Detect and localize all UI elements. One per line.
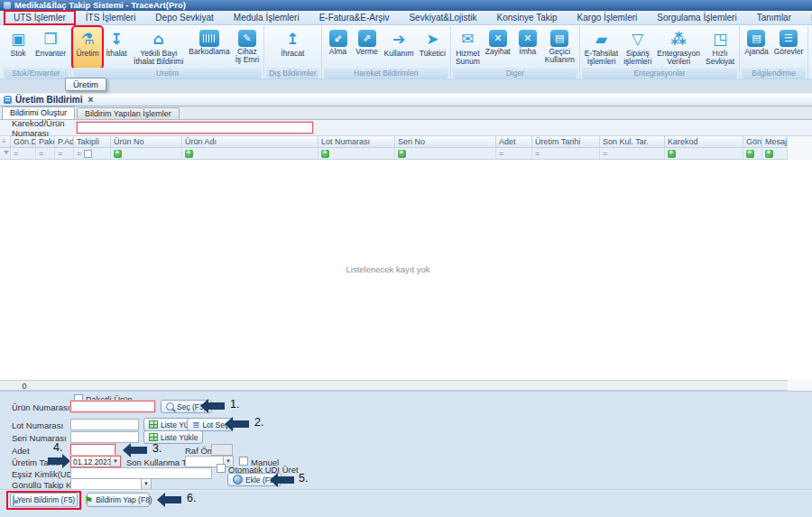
- column-header-lot-numarası[interactable]: Lot Numarası: [318, 136, 395, 147]
- ribbon-button-stok[interactable]: ▣Stok: [4, 27, 32, 68]
- ribbon-button-envanter[interactable]: ❒Envanter: [32, 27, 69, 68]
- agenda-calendar-icon: ▤: [747, 30, 765, 47]
- column-header-seri-no[interactable]: Seri No: [395, 136, 496, 147]
- filter-cell-ürün-adı[interactable]: [182, 148, 318, 159]
- urun-numarasi-input[interactable]: [70, 401, 155, 412]
- receive-icon: ⇙: [329, 30, 347, 47]
- temporary-use-calendar-icon: ▤: [550, 30, 568, 47]
- consumer-arrow-icon: ➤: [426, 29, 438, 49]
- filter-cell-takipli[interactable]: =: [74, 148, 111, 159]
- column-header-ürün-no[interactable]: Ürün No: [111, 136, 182, 147]
- add-filter-icon: [398, 150, 406, 158]
- ribbon-button-kullanım[interactable]: ➔Kullanım: [382, 27, 417, 68]
- ribbon-button-hizmet-sunum[interactable]: ✉Hizmet Sunum: [453, 27, 483, 68]
- sub-tab-strip: Bildirimi OluşturBildirim Yapılan İşleml…: [0, 106, 812, 120]
- column-header-takipli[interactable]: Takipli: [74, 136, 111, 147]
- ribbon-button-cihaz-i̇ş-emri[interactable]: ✎Cihaz İş Emri: [233, 27, 262, 68]
- filter-cell-adet[interactable]: =: [496, 148, 532, 159]
- ribbon-group-diger: ✉Hizmet Sunum✕Zayihat✕İmha▤Geçici Kullan…: [451, 26, 580, 78]
- subtab-bildirim-yapılan-i̇şlemler[interactable]: Bildirim Yapılan İşlemler: [77, 107, 180, 119]
- filter-cell-karekod[interactable]: [665, 148, 743, 159]
- raf-omru-input[interactable]: [211, 444, 233, 456]
- ribbon-button-ajanda[interactable]: ▤Ajanda: [742, 27, 770, 68]
- ribbon-button-label: Stok: [10, 50, 25, 58]
- tab-uretim-bildirimi[interactable]: Üretim Bildirimi ×: [4, 95, 93, 105]
- menu-item-sorgulama-i̇şlemleri[interactable]: Sorgulama İşlemleri: [649, 12, 744, 23]
- yeni-bildirim-button[interactable]: Yeni Bildirim (F5): [10, 493, 78, 507]
- filter-cell-üretim-tarihi[interactable]: =: [532, 148, 600, 159]
- uretim-tarihi-datepicker[interactable]: 01.12.2023 ▼: [70, 456, 121, 467]
- filter-indicator-cell[interactable]: [0, 148, 11, 159]
- document-icon: [4, 96, 12, 104]
- filter-cell-paket[interactable]: =: [36, 148, 55, 159]
- menu-item-depo-sevkiyat[interactable]: Depo Sevkiyat: [147, 12, 221, 23]
- ribbon-button-geçici-kullanım[interactable]: ▤Geçici Kullanım: [542, 27, 577, 68]
- takipli-filter-checkbox[interactable]: [84, 150, 92, 158]
- ribbon-button-görevler[interactable]: ☰Görevler: [771, 27, 807, 68]
- barcode-lines: [203, 34, 216, 42]
- filter-cell-seri-no[interactable]: [395, 148, 496, 159]
- menu-item-i̇ts-i̇şlemleri[interactable]: İTS İşlemleri: [78, 12, 144, 23]
- ribbon-button-barkodlama[interactable]: Barkodlama: [186, 27, 232, 68]
- ribbon-button-entegrasyon-verileri[interactable]: ⁂Entegrasyon Verileri: [654, 27, 703, 68]
- chevron-down-icon[interactable]: ▼: [110, 457, 120, 466]
- menu-item-medula-i̇şlemleri[interactable]: Medula İşlemleri: [226, 12, 308, 23]
- adet-input[interactable]: [70, 444, 115, 456]
- karekod-input[interactable]: [77, 122, 313, 134]
- column-header-p-adet[interactable]: P.Adet: [55, 136, 74, 147]
- column-header-mesaj[interactable]: Mesaj: [762, 136, 788, 147]
- filter-cell-gönüllü-t[interactable]: [743, 148, 762, 159]
- filter-cell-lot-numarası[interactable]: [318, 148, 395, 159]
- chevron-down-icon[interactable]: ▼: [141, 479, 151, 489]
- column-header-gönüllü-t[interactable]: Gönüllü T: [743, 136, 762, 147]
- usage-arrow-icon: ➔: [392, 29, 405, 49]
- column-header-ürün-adı[interactable]: Ürün Adı: [182, 136, 318, 147]
- menu-item-konsinye-takip[interactable]: Konsinye Takip: [488, 12, 565, 23]
- filter-cell-mesaj[interactable]: [762, 148, 788, 159]
- ribbon-button-zayihat[interactable]: ✕Zayihat: [483, 27, 513, 68]
- ribbon-button-i̇hracat[interactable]: ↥İhracat: [278, 27, 307, 68]
- ribbon-group-uretim: ⚗Üretim↧İthalat⌂Yetkili Bayi İthalat Bil…: [71, 26, 264, 78]
- filter-cell-p-adet[interactable]: =: [55, 148, 74, 159]
- column-header-paket[interactable]: Paket: [36, 136, 55, 147]
- ribbon-button-i̇mha[interactable]: ✕İmha: [513, 27, 542, 68]
- bildirim-yap-button[interactable]: ⚑Bildirim Yap (F8): [87, 493, 150, 507]
- menu-item-uts-i̇şlemler[interactable]: UTS İşlemler: [5, 12, 74, 23]
- row-count: 0: [12, 381, 37, 390]
- inventory-boxes-icon: ❒: [43, 29, 57, 49]
- son-kullanma-datepicker[interactable]: ▼: [185, 456, 234, 467]
- seri-numarasi-input[interactable]: [70, 431, 139, 443]
- otomatik-udi-checkbox[interactable]: [217, 464, 226, 473]
- grid-body[interactable]: Listelenecek kayıt yok: [0, 160, 812, 380]
- lot-numarasi-input[interactable]: [70, 419, 139, 430]
- menu-item-tanımlar[interactable]: Tanımlar: [749, 12, 799, 23]
- annotation-number-2: 2.: [254, 416, 263, 429]
- ribbon-button-i̇thalat[interactable]: ↧İthalat: [102, 27, 131, 68]
- column-header-karekod[interactable]: Karekod: [665, 136, 743, 147]
- column-header-son-kul-tar[interactable]: Son Kul. Tar.: [600, 136, 665, 147]
- loss-clipboard-icon: ✕: [489, 30, 507, 47]
- application-window: Medikal&İlaç Takip Sistemi - TraceArt(Pr…: [0, 0, 812, 517]
- add-filter-icon: [668, 150, 676, 158]
- ribbon-button-alma[interactable]: ⇙Alma: [324, 27, 353, 68]
- ribbon-button-label: Cihaz İş Emri: [235, 48, 259, 65]
- ribbon-button-tüketici[interactable]: ➤Tüketici: [417, 27, 448, 68]
- tab-close-icon[interactable]: ×: [88, 95, 93, 105]
- filter-cell-son-kul-tar[interactable]: =: [600, 148, 665, 159]
- ribbon-button-yetkili-bayi-i̇thalat-bildirimi[interactable]: ⌂Yetkili Bayi İthalat Bildirimi: [131, 27, 186, 68]
- ribbon-button-e-tahsilat-i̇şlemleri[interactable]: ▰E-Tahsilat İşlemleri: [582, 27, 621, 68]
- column-header-üretim-tarihi[interactable]: Üretim Tarihi: [532, 136, 600, 147]
- column-header-adet[interactable]: Adet: [496, 136, 532, 147]
- filter-cell-ürün-no[interactable]: [111, 148, 182, 159]
- menu-item-sevkiyat-lojistik[interactable]: Sevkiyat&Lojistik: [401, 12, 484, 23]
- grid-corner-cell[interactable]: ≡: [0, 136, 11, 147]
- ribbon-button-üretim[interactable]: ⚗Üretim: [73, 27, 102, 68]
- ribbon-button-verme[interactable]: ⇗Verme: [353, 27, 382, 68]
- ribbon-button-sipariş-işlemleri[interactable]: ▽Sipariş işlemleri: [621, 27, 654, 68]
- filter-cell-gön-du[interactable]: =: [11, 148, 36, 159]
- menu-item-e-fatura-e-arşiv[interactable]: E-Fatura&E-Arşiv: [311, 12, 398, 23]
- menu-item-raporlama[interactable]: Raporlama: [803, 12, 812, 23]
- ribbon-button-hızlı-sevkiyat[interactable]: ◳Hızlı Sevkiyat: [703, 27, 737, 68]
- column-header-gön-du[interactable]: Gön.Du: [11, 136, 36, 147]
- menu-item-kargo-i̇şlemleri[interactable]: Kargo İşlemleri: [569, 12, 646, 23]
